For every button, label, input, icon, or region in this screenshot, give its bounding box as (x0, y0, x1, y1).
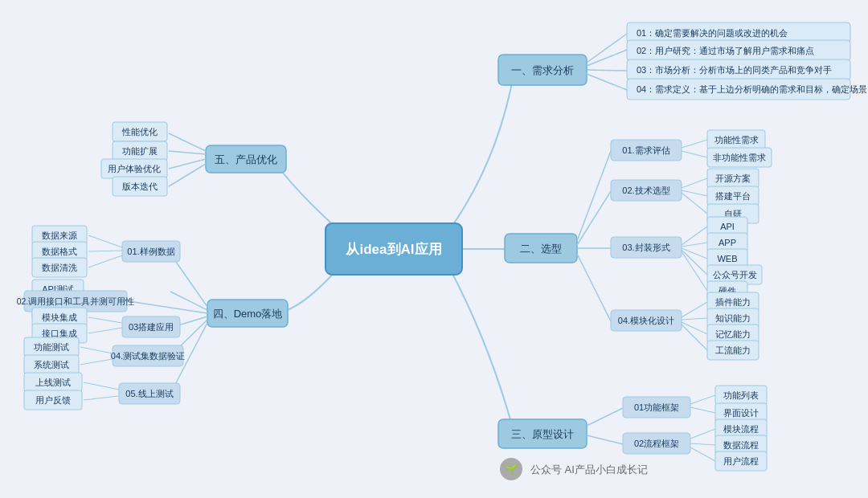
branch-select-label: 二、选型 (520, 243, 562, 255)
branch-req-label: 一、需求分析 (511, 64, 574, 76)
proto-sub-2-label: 02流程框架 (634, 439, 679, 448)
data-item-1-text: 数据来源 (42, 231, 77, 240)
branch-proto-label: 三、原型设计 (511, 428, 574, 440)
flow-item-2-text: 数据流程 (723, 440, 759, 450)
branch-opt-label: 五、产品优化 (215, 153, 277, 165)
watermark-icon: 🌱 (505, 463, 518, 476)
demo-sub-3-label: 03搭建应用 (129, 322, 174, 332)
flow-item-1-text: 模块流程 (723, 424, 759, 434)
branch-demo-label: 四、Demo落地 (213, 308, 283, 320)
opt-item-2-text: 功能扩展 (122, 146, 158, 156)
center-label: 从idea到AI应用 (345, 241, 441, 257)
func-item-2-text: 界面设计 (723, 408, 759, 418)
demo-sub-2-label: 02.调用接口和工具并测可用性 (17, 296, 135, 306)
demo-sub-5-label: 05.线上测试 (125, 389, 173, 398)
mod-item-1-text: 插件能力 (715, 297, 751, 307)
req-eva-item-2-text: 非功能性需求 (713, 153, 766, 162)
build-item-2-text: 接口集成 (42, 329, 77, 338)
online-item-1-text: 上线测试 (35, 378, 71, 387)
sel-sub-2-label: 02.技术选型 (622, 186, 669, 195)
opt-item-4-text: 版本迭代 (122, 182, 158, 191)
test-item-2-text: 系统测试 (34, 360, 69, 369)
tech-item-2-text: 搭建平台 (715, 191, 751, 201)
req-item-2-text: 02：用户研究：通过市场了解用户需求和痛点 (637, 46, 814, 55)
mind-map: 从idea到AI应用 一、需求分析 01：确定需要解决的问题或改进的机会 02：… (0, 0, 868, 498)
tech-item-1-text: 开源方案 (715, 173, 751, 183)
data-item-3-text: 数据清洗 (42, 263, 77, 272)
pkg-item-3-text: WEB (717, 254, 737, 263)
opt-item-3-text: 用户体验优化 (108, 164, 161, 173)
sel-sub-1-label: 01.需求评估 (622, 145, 669, 155)
func-item-1-text: 功能列表 (723, 390, 759, 400)
test-item-1-text: 功能测试 (34, 342, 69, 352)
demo-sub-4-label: 04.测试集数据验证 (111, 351, 185, 361)
sel-sub-3-label: 03.封装形式 (622, 243, 669, 252)
data-item-2-text: 数据格式 (42, 247, 77, 256)
pkg-item-4-text: 公众号开发 (713, 270, 757, 280)
watermark-text: 公众号 AI产品小白成长记 (530, 463, 648, 476)
pkg-item-1-text: API (720, 222, 735, 231)
online-item-2-text: 用户反馈 (35, 395, 71, 405)
opt-item-1-text: 性能优化 (121, 127, 158, 137)
mod-item-3-text: 记忆能力 (715, 329, 751, 339)
req-item-1-text: 01：确定需要解决的问题或改进的机会 (637, 28, 788, 38)
demo-sub-1-label: 01.样例数据 (127, 247, 174, 256)
req-item-4-text: 04：需求定义：基于上边分析明确的需求和目标，确定场景 (637, 84, 867, 94)
line-req-3 (587, 70, 627, 71)
mod-item-4-text: 工流能力 (715, 345, 751, 355)
proto-sub-1-label: 01功能框架 (634, 402, 679, 412)
req-item-3-text: 03：市场分析：分析市场上的同类产品和竞争对手 (637, 65, 832, 75)
build-item-1-text: 模块集成 (42, 312, 77, 322)
mod-item-2-text: 知识能力 (715, 313, 751, 323)
flow-item-3-text: 用户流程 (723, 456, 759, 466)
req-eva-item-1-text: 功能性需求 (714, 135, 759, 145)
sel-sub-4-label: 04.模块化设计 (618, 316, 674, 325)
pkg-item-2-text: APP (719, 238, 736, 247)
